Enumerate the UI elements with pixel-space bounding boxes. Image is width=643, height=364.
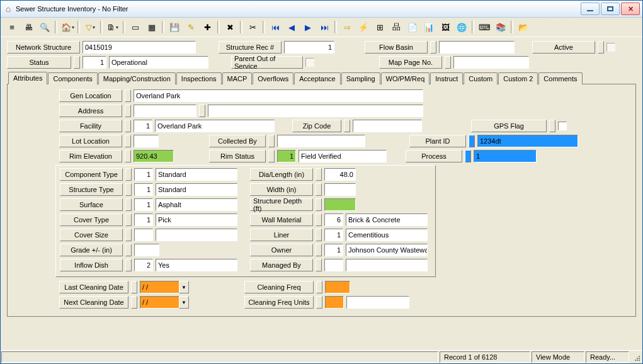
tab-wopm[interactable]: WO/PM/Req (381, 72, 430, 84)
rim-elev-handle[interactable] (125, 150, 131, 162)
filter-icon[interactable]: ▽ (83, 20, 98, 35)
map-page-handle[interactable] (445, 56, 451, 69)
tab-sampling[interactable]: Sampling (341, 72, 380, 84)
map-page-field[interactable] (453, 56, 529, 69)
status-handle[interactable] (74, 56, 80, 69)
lot-location-field[interactable] (134, 135, 159, 147)
gps-flag-handle[interactable] (549, 120, 555, 132)
cleaning-freq-units-code[interactable] (325, 296, 344, 309)
next-cleaning-drop-icon[interactable]: ▼ (179, 296, 189, 309)
owner-text[interactable]: Johnson County Wastewa (346, 244, 428, 256)
structure-type-handle[interactable] (125, 183, 132, 196)
owner-code[interactable]: 1 (324, 244, 343, 256)
structure-type-text[interactable]: Standard (156, 183, 237, 196)
bolt-icon[interactable]: ⚡ (356, 20, 371, 35)
structure-depth-field[interactable] (324, 198, 356, 211)
component-type-handle[interactable] (125, 168, 132, 181)
gen-location-handle[interactable] (125, 89, 131, 102)
active-checkbox[interactable] (606, 43, 615, 52)
structure-depth-handle[interactable] (316, 198, 322, 211)
grid-icon[interactable]: ▦ (144, 20, 159, 35)
network-structure-field[interactable]: 0415019 (83, 41, 196, 54)
cover-type-code[interactable]: 1 (134, 213, 153, 226)
rim-status-code-field[interactable]: 1 (277, 150, 296, 162)
tab-macp[interactable]: MACP (222, 72, 253, 84)
next-record-icon[interactable]: ▶ (300, 20, 316, 35)
close-button[interactable] (621, 3, 640, 15)
managed-by-text[interactable] (346, 259, 428, 271)
liner-handle[interactable] (316, 229, 322, 241)
cut-icon[interactable]: ✂ (245, 20, 260, 35)
wall-material-code[interactable]: 6 (324, 213, 343, 226)
cleaning-freq-units-handle[interactable] (316, 296, 322, 309)
rim-status-handle[interactable] (268, 150, 275, 162)
liner-text[interactable]: Cementitious (346, 229, 428, 241)
next-cleaning-combo[interactable]: / / ▼ (140, 296, 189, 309)
tab-attributes[interactable]: Attributes (8, 72, 47, 84)
width-field[interactable] (324, 183, 356, 196)
flow-basin-field[interactable] (439, 41, 515, 54)
managed-by-handle[interactable] (316, 259, 322, 271)
tree-icon[interactable]: 品 (389, 20, 404, 35)
flow-basin-handle[interactable] (430, 41, 436, 54)
inflow-dish-code[interactable]: 2 (134, 259, 153, 271)
active-handle[interactable] (598, 41, 604, 54)
facility-code-field[interactable]: 1 (134, 120, 152, 132)
owner-handle[interactable] (316, 244, 322, 256)
cleaning-freq-units-text[interactable] (346, 296, 409, 309)
process-handle[interactable] (465, 150, 471, 162)
surface-code[interactable]: 1 (134, 198, 153, 211)
goto-icon[interactable]: ⇨ (339, 20, 355, 35)
address2-field[interactable] (208, 105, 423, 117)
windows-icon[interactable]: ⊞ (372, 20, 387, 35)
wall-material-text[interactable]: Brick & Concrete (346, 213, 428, 226)
disk-icon[interactable]: 💾 (167, 20, 182, 35)
print-icon[interactable]: 🖶 (21, 20, 36, 35)
prev-record-icon[interactable]: ◀ (284, 20, 299, 35)
collected-by-field[interactable] (277, 135, 365, 147)
document-dropdown-icon[interactable]: 🗎 (105, 20, 120, 35)
component-type-text[interactable]: Standard (156, 168, 237, 181)
plant-id-handle[interactable] (469, 135, 475, 147)
picture-icon[interactable]: 🖼 (438, 20, 453, 35)
last-cleaning-handle[interactable] (131, 281, 137, 293)
form-icon[interactable]: ▭ (128, 20, 143, 35)
zip-field[interactable] (353, 120, 422, 132)
delete-icon[interactable]: ✖ (222, 20, 237, 35)
edit-icon[interactable]: ✎ (183, 20, 198, 35)
tab-custom[interactable]: Custom (464, 72, 498, 84)
add-icon[interactable]: ✚ (200, 20, 215, 35)
tab-instruct[interactable]: Instruct (430, 72, 463, 84)
collected-by-handle[interactable] (268, 135, 275, 147)
managed-by-code[interactable] (324, 259, 343, 271)
tab-components[interactable]: Components (48, 72, 97, 84)
minimize-button[interactable] (581, 3, 600, 15)
parent-oos-checkbox[interactable] (305, 58, 314, 67)
books-icon[interactable]: 📚 (493, 20, 508, 35)
rim-status-text-field[interactable]: Field Verified (299, 150, 387, 162)
cleaning-freq-field[interactable] (325, 281, 350, 293)
last-cleaning-drop-icon[interactable]: ▼ (179, 281, 189, 293)
status-code-field[interactable]: 1 (83, 56, 106, 69)
address-handle[interactable] (125, 105, 131, 117)
zip-handle[interactable] (344, 120, 350, 132)
cover-size-text[interactable] (156, 229, 237, 241)
gen-location-field[interactable]: Overland Park (134, 89, 423, 102)
cover-size-code[interactable] (134, 229, 153, 241)
next-cleaning-field[interactable]: / / (140, 296, 179, 309)
search-icon[interactable]: 🔍 (37, 20, 52, 35)
titlebar[interactable]: ⌂ Sewer Structure Inventory - No Filter (1, 1, 642, 18)
address1-field[interactable] (134, 105, 196, 117)
inflow-dish-handle[interactable] (125, 259, 132, 271)
grade-handle[interactable] (125, 244, 132, 256)
tab-overflows[interactable]: Overflows (253, 72, 293, 84)
globe-icon[interactable]: 🌐 (454, 20, 469, 35)
cover-size-handle[interactable] (125, 229, 132, 241)
cover-type-handle[interactable] (125, 213, 132, 226)
process-field[interactable]: 1 (474, 150, 537, 162)
structure-rec-field[interactable]: 1 (284, 41, 334, 54)
first-record-icon[interactable]: ⏮ (268, 20, 283, 35)
facility-text-field[interactable]: Overland Park (155, 120, 275, 132)
tool-menu-icon[interactable]: ≡ (4, 20, 20, 35)
last-record-icon[interactable]: ⏭ (317, 20, 332, 35)
